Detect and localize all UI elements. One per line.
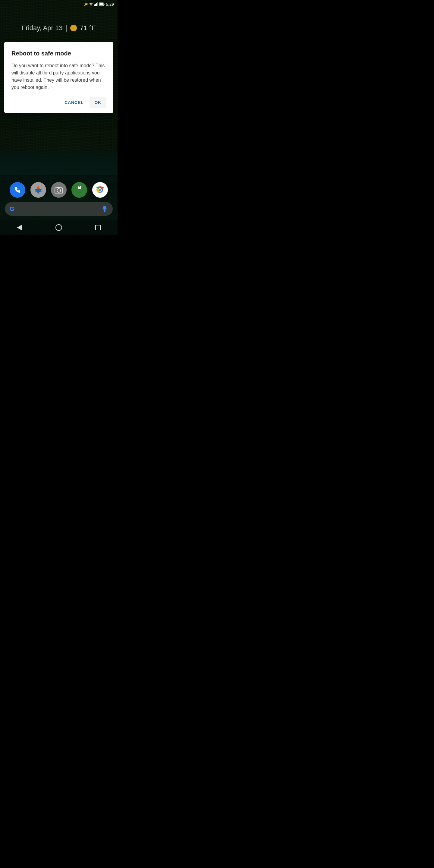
- svg-rect-17: [103, 206, 106, 210]
- app-icon-quotes[interactable]: ❝: [71, 182, 87, 198]
- svg-rect-6: [100, 3, 103, 5]
- cancel-button[interactable]: CANCEL: [60, 97, 88, 108]
- back-icon: [17, 224, 22, 230]
- launcher-icon: [33, 185, 43, 195]
- search-bar[interactable]: G: [5, 202, 113, 216]
- lockscreen-divider: |: [65, 24, 67, 32]
- reboot-dialog: Reboot to safe mode Do you want to reboo…: [4, 42, 113, 113]
- nav-back-button[interactable]: [13, 221, 26, 234]
- wifi-icon: [89, 2, 93, 6]
- status-bar: 🔑 5:29: [0, 0, 118, 8]
- status-bar-right: 🔑 5:29: [84, 2, 114, 7]
- camera-icon: [54, 186, 63, 194]
- svg-point-10: [57, 189, 61, 192]
- recent-icon: [95, 225, 101, 230]
- battery-icon: [99, 2, 104, 6]
- bottom-area: ❝: [0, 182, 118, 220]
- mic-icon[interactable]: [101, 206, 108, 212]
- svg-rect-2: [96, 3, 97, 6]
- status-time: 5:29: [106, 2, 114, 7]
- app-dock: ❝: [0, 182, 118, 198]
- svg-rect-5: [104, 4, 104, 5]
- home-icon: [56, 224, 62, 231]
- nav-home-button[interactable]: [53, 221, 65, 234]
- nav-recent-button[interactable]: [92, 221, 104, 234]
- svg-point-16: [99, 189, 101, 191]
- nav-bar: [0, 220, 118, 235]
- vpn-key-icon: 🔑: [84, 3, 88, 6]
- lockscreen-info: Friday, Apr 13 | 71 °F: [0, 24, 118, 32]
- lockscreen-date: Friday, Apr 13: [22, 24, 62, 32]
- app-icon-chrome[interactable]: [92, 182, 108, 198]
- app-icon-launcher[interactable]: [30, 182, 46, 198]
- app-icon-phone[interactable]: [10, 182, 25, 198]
- quotes-icon-text: ❝: [78, 186, 82, 193]
- dialog-title: Reboot to safe mode: [11, 50, 106, 57]
- svg-rect-1: [95, 4, 96, 6]
- phone-icon: [13, 186, 22, 194]
- weather-sun-icon: [70, 25, 77, 31]
- svg-rect-11: [57, 187, 60, 188]
- chrome-icon: [95, 184, 105, 195]
- dialog-actions: CANCEL OK: [11, 97, 106, 110]
- signal-icon: [94, 2, 98, 6]
- lockscreen-temperature: 71 °F: [80, 24, 96, 32]
- ok-button[interactable]: OK: [90, 97, 106, 108]
- svg-rect-3: [97, 2, 98, 6]
- app-icon-camera[interactable]: [51, 182, 67, 198]
- dialog-body: Do you want to reboot into safe mode? Th…: [11, 62, 106, 91]
- microphone-svg: [102, 206, 107, 212]
- google-g-logo: G: [10, 206, 14, 213]
- svg-rect-0: [94, 4, 95, 6]
